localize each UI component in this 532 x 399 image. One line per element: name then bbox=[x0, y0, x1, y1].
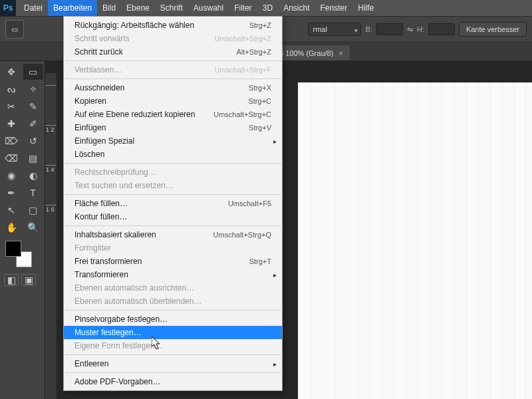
menu-item-shortcut: Umschalt+Strg+F bbox=[214, 66, 271, 74]
menubar-item-fenster[interactable]: Fenster bbox=[315, 0, 353, 16]
toolbox: ✥▭ᔓ✧✂✎✚✐⌦↺⌫▤◉◐✒T↖▢✋🔍◧▣ bbox=[0, 61, 45, 399]
menu-item-label: Kontur füllen… bbox=[74, 212, 271, 221]
foreground-swatch[interactable] bbox=[5, 241, 21, 257]
tool-shape[interactable]: ▢ bbox=[23, 202, 43, 218]
menu-separator bbox=[65, 310, 281, 311]
menu-item[interactable]: Entleeren bbox=[64, 357, 282, 370]
ruler-vertical: 1 21 41 6 bbox=[45, 73, 57, 399]
menubar-item-datei[interactable]: Datei bbox=[19, 0, 48, 16]
ruler-tick: 1 6 bbox=[45, 205, 57, 245]
ruler-tick bbox=[45, 85, 57, 125]
canvas[interactable] bbox=[298, 82, 532, 399]
menu-item-label: Schritt vorwärts bbox=[74, 34, 214, 43]
menu-item-label: Ebenen automatisch ausrichten… bbox=[74, 283, 271, 293]
menu-item-shortcut: Umschalt+F5 bbox=[228, 200, 271, 207]
menu-item[interactable]: Frei transformierenStrg+T bbox=[64, 255, 282, 268]
menu-item[interactable]: Transformieren bbox=[64, 268, 282, 281]
menu-item-label: Verblassen… bbox=[74, 65, 214, 74]
menu-item[interactable]: Schritt zurückAlt+Strg+Z bbox=[64, 45, 282, 59]
quickmask-toggle[interactable]: ◧ bbox=[4, 274, 19, 286]
menu-item[interactable]: AusschneidenStrg+X bbox=[64, 81, 282, 94]
menu-item-shortcut: Alt+Strg+Z bbox=[236, 48, 271, 56]
menubar-item-filter[interactable]: Filter bbox=[229, 0, 257, 16]
tool-zoom[interactable]: 🔍 bbox=[23, 219, 43, 235]
close-icon[interactable]: × bbox=[338, 49, 342, 57]
menu-item[interactable]: Einfügen Spezial bbox=[64, 134, 282, 148]
tool-pen[interactable]: ✒ bbox=[1, 185, 21, 201]
tool-marquee[interactable]: ▭ bbox=[23, 64, 43, 80]
menubar-item-bearbeiten[interactable]: Bearbeiten bbox=[48, 0, 97, 16]
menu-separator bbox=[65, 78, 281, 79]
tool-wand[interactable]: ✧ bbox=[23, 81, 43, 97]
menu-item: Ebenen automatisch überblenden… bbox=[64, 295, 282, 308]
menu-separator bbox=[65, 163, 281, 164]
refine-edge-button[interactable]: Kante verbesser bbox=[459, 22, 527, 37]
menu-item-shortcut: Strg+T bbox=[249, 257, 271, 265]
menu-item[interactable]: Kontur füllen… bbox=[64, 210, 282, 223]
menu-item: Schritt vorwärtsUmschalt+Strg+Z bbox=[64, 32, 282, 45]
menu-item[interactable]: Muster festlegen… bbox=[64, 326, 282, 339]
menubar-item-ebene[interactable]: Ebene bbox=[121, 0, 155, 16]
menu-item-label: Adobe PDF-Vorgaben… bbox=[74, 377, 271, 386]
tool-text[interactable]: T bbox=[23, 185, 43, 201]
menu-item[interactable]: Löschen bbox=[64, 148, 282, 161]
menu-item-label: Muster festlegen… bbox=[74, 328, 271, 337]
menu-item[interactable]: Inhaltsbasiert skalierenUmschalt+Strg+Q bbox=[64, 228, 282, 241]
tool-brush[interactable]: ✐ bbox=[23, 116, 43, 132]
tool-gradient[interactable]: ▤ bbox=[23, 150, 43, 166]
tool-lasso[interactable]: ᔓ bbox=[1, 81, 21, 97]
menu-item-shortcut: Umschalt+Strg+Z bbox=[214, 35, 271, 43]
menu-item-label: Entleeren bbox=[74, 359, 271, 368]
tool-history-brush[interactable]: ↺ bbox=[23, 133, 43, 149]
menu-item[interactable]: Auf eine Ebene reduziert kopierenUmschal… bbox=[64, 108, 282, 121]
ruler-tick: 1 4 bbox=[45, 165, 57, 205]
menu-item[interactable]: Adobe PDF-Vorgaben… bbox=[64, 375, 282, 388]
tool-stamp[interactable]: ⌦ bbox=[1, 133, 21, 149]
menu-item-label: Inhaltsbasiert skalieren bbox=[74, 230, 213, 239]
ruler-tick: 1 2 bbox=[45, 125, 57, 165]
tool-move[interactable]: ✥ bbox=[1, 64, 21, 80]
width-field[interactable] bbox=[376, 23, 403, 35]
menu-item-label: Löschen bbox=[74, 150, 271, 159]
menubar-item-bild[interactable]: Bild bbox=[97, 0, 121, 16]
tool-path-select[interactable]: ↖ bbox=[1, 202, 21, 218]
height-label: H: bbox=[417, 25, 424, 33]
menubar-item-schrift[interactable]: Schrift bbox=[155, 0, 188, 16]
menubar-item-hilfe[interactable]: Hilfe bbox=[352, 0, 379, 16]
menu-item[interactable]: Pinselvorgabe festlegen… bbox=[64, 313, 282, 326]
menu-item-label: Rückgängig: Arbeitsfläche wählen bbox=[74, 21, 249, 30]
menu-item[interactable]: KopierenStrg+C bbox=[64, 94, 282, 108]
menu-item-label: Rechtschreibprüfung… bbox=[74, 168, 271, 177]
width-label: B: bbox=[365, 25, 372, 33]
color-swatches[interactable] bbox=[5, 241, 32, 267]
tool-dodge[interactable]: ◐ bbox=[23, 168, 43, 184]
menu-item-shortcut: Umschalt+Strg+Q bbox=[213, 231, 271, 239]
mode-select[interactable]: rmal bbox=[308, 23, 361, 36]
tool-healing[interactable]: ✚ bbox=[1, 116, 21, 132]
menu-item-label: Ausschneiden bbox=[74, 83, 249, 92]
menu-separator bbox=[65, 61, 281, 61]
menu-item-shortcut: Strg+V bbox=[249, 124, 271, 132]
menu-item[interactable]: Rückgängig: Arbeitsfläche wählenStrg+Z bbox=[64, 19, 282, 32]
app-logo: Ps bbox=[0, 0, 16, 16]
menu-item[interactable]: EinfügenStrg+V bbox=[64, 121, 282, 134]
current-tool-indicator[interactable]: ▭ bbox=[5, 20, 24, 39]
link-icon[interactable]: ⇋ bbox=[407, 25, 413, 34]
tool-hand[interactable]: ✋ bbox=[1, 219, 21, 235]
menubar-item-auswahl[interactable]: Auswahl bbox=[188, 0, 229, 16]
tool-eyedropper[interactable]: ✎ bbox=[23, 98, 43, 114]
menu-item-shortcut: Strg+C bbox=[248, 97, 271, 105]
tool-crop[interactable]: ✂ bbox=[1, 98, 21, 114]
tool-blur[interactable]: ◉ bbox=[1, 168, 21, 184]
tool-eraser[interactable]: ⌫ bbox=[1, 150, 21, 166]
menubar-item-ansicht[interactable]: Ansicht bbox=[278, 0, 315, 16]
menu-item-shortcut: Strg+X bbox=[249, 84, 271, 92]
menu-separator bbox=[65, 225, 281, 226]
menu-item[interactable]: Fläche füllen…Umschalt+F5 bbox=[64, 197, 282, 210]
menu-item-shortcut: Strg+Z bbox=[249, 21, 271, 29]
height-field[interactable] bbox=[428, 23, 455, 35]
menu-item: Text suchen und ersetzen… bbox=[64, 179, 282, 192]
menu-item-shortcut: Umschalt+Strg+C bbox=[213, 110, 271, 118]
screenmode-toggle[interactable]: ▣ bbox=[21, 274, 36, 286]
menubar-item-3d[interactable]: 3D bbox=[257, 0, 278, 16]
